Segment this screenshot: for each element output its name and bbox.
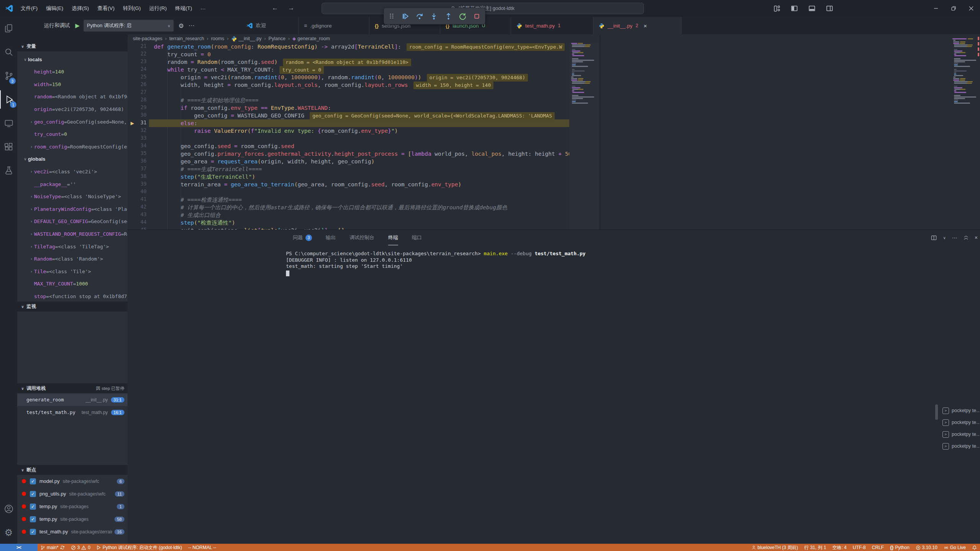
remote-indicator[interactable]: >< — [0, 544, 38, 551]
minimap[interactable] — [569, 34, 598, 230]
breadcrumb-item-rooms[interactable]: rooms — [211, 36, 224, 41]
variable-row[interactable]: ›geo_config = GeoConfig(seed=None, wor… — [17, 116, 127, 128]
debug-config-dropdown[interactable]: Python 调试程序: 启 ∨ — [83, 20, 174, 32]
variable-row[interactable]: ›TileTag = <class 'TileTag'> — [17, 240, 127, 253]
variable-row[interactable]: width = 150 — [17, 78, 127, 90]
panel-layout-chevron-icon[interactable]: ∨ — [943, 236, 946, 240]
variable-row[interactable]: height = 140 — [17, 66, 127, 78]
menu-item[interactable]: 终端(T) — [172, 3, 196, 13]
breakpoint-row[interactable]: ✓model.pysite-packages\wfc6 — [17, 475, 127, 487]
minimize-icon[interactable] — [927, 0, 945, 17]
breadcrumb-item-generate_room[interactable]: ◈generate_room — [292, 36, 330, 41]
activity-extensions[interactable] — [0, 138, 17, 156]
customize-layout-icon[interactable] — [768, 0, 786, 17]
activity-account[interactable] — [0, 500, 17, 518]
tab-[interactable]: 欢迎 — [241, 17, 299, 34]
menu-item[interactable]: 查看(V) — [93, 3, 118, 13]
menu-item[interactable]: ··· — [197, 4, 210, 13]
statusbar-go-live[interactable]: Go Live — [941, 544, 969, 551]
stack-frame[interactable]: test/test_math.pytest_math.py16:1 — [17, 406, 127, 419]
code-editor[interactable]: site-packages›terrain_research›rooms›__i… — [127, 34, 600, 230]
statusbar-encoding[interactable]: UTF-8 — [850, 544, 869, 551]
breadcrumb-item-Pylance[interactable]: Pylance — [268, 36, 285, 41]
menu-item[interactable]: 文件(F) — [17, 3, 41, 13]
breakpoint-row[interactable]: ✓temp.pysite-packages1 — [17, 500, 127, 513]
toggle-secondary-sidebar-icon[interactable] — [821, 0, 838, 17]
activity-run-debug[interactable]: 1 — [0, 90, 18, 109]
terminal-session[interactable]: >pocketpy te… — [942, 417, 980, 428]
debug-stop-icon[interactable] — [474, 13, 480, 20]
variable-row[interactable]: random = <Random object at 0x1bf9d01e… — [17, 91, 127, 103]
statusbar-gitlens-blame[interactable]: blueloveTH (3 周前) — [748, 544, 801, 551]
breakpoint-row[interactable]: ✓test_math.pysite-packages\terrain_res…1… — [17, 525, 127, 538]
breakpoint-checkbox[interactable]: ✓ — [30, 529, 36, 535]
terminal-list-scrollbar[interactable] — [935, 404, 938, 420]
statusbar-problems[interactable]: 30 — [68, 544, 93, 551]
breakpoint-row[interactable]: ✓png_utils.pysite-packages\wfc11 — [17, 487, 127, 500]
breakpoint-row[interactable]: ✓temp.pysite-packages58 — [17, 513, 127, 525]
variable-row[interactable]: ›NoiseType = <class 'NoiseType'> — [17, 191, 127, 203]
debug-continue-icon[interactable] — [402, 13, 409, 20]
activity-testing[interactable] — [0, 161, 17, 180]
terminal-session[interactable]: >pocketpy te… — [942, 441, 980, 452]
menu-item[interactable]: 运行(R) — [145, 3, 171, 13]
activity-settings[interactable]: ⚙ — [0, 523, 17, 542]
editor-group-secondary[interactable] — [600, 34, 980, 230]
menu-item[interactable]: 选择(S) — [68, 3, 93, 13]
scope-row[interactable]: ∨locals — [17, 53, 127, 65]
breakpoint-checkbox[interactable]: ✓ — [30, 504, 36, 510]
terminal-session[interactable]: >pocketpy te… — [942, 405, 980, 416]
statusbar-debug-status[interactable]: Python 调试程序: 启动文件 (godot-ldtk) — [93, 544, 185, 551]
panel-tab-终端[interactable]: 终端 — [388, 230, 398, 245]
section-header-watch[interactable]: ∨监视 — [17, 302, 127, 311]
menu-item[interactable]: 转到(G) — [119, 3, 145, 13]
breadcrumb-item-__init__.py[interactable]: __init__.py — [231, 36, 261, 42]
tab-test_math.py[interactable]: test_math.py1 — [511, 17, 593, 34]
variable-row[interactable]: try_count = 0 — [17, 128, 127, 140]
scope-row[interactable]: ∨globals — [17, 153, 127, 165]
variable-row[interactable]: ›WASTELAND_ROOM_REQUEST_CONFIG = RoomR… — [17, 228, 127, 240]
section-header-call-stack[interactable]: ∨调用堆栈因 step 已暂停 — [17, 383, 127, 393]
debug-settings-gear-icon[interactable]: ⚙ — [178, 22, 184, 29]
activity-search[interactable] — [0, 43, 17, 61]
section-header-variables[interactable]: ∨变量 — [17, 41, 127, 51]
variable-row[interactable]: ›room_config = RoomRequestConfig(env_t… — [17, 140, 127, 153]
toggle-sidebar-icon[interactable] — [786, 0, 803, 17]
breakpoint-checkbox[interactable]: ✓ — [30, 491, 36, 497]
start-debug-button[interactable]: ▶ — [75, 22, 80, 29]
statusbar-cursor-position[interactable]: 行 31, 列 1 — [801, 544, 829, 551]
activity-source-control[interactable]: 3 — [0, 67, 17, 85]
statusbar-eol[interactable]: CRLF — [869, 544, 887, 551]
terminal-session[interactable]: >pocketpy te… — [942, 429, 980, 440]
stack-frame[interactable]: generate_room__init__.py31:1 — [17, 393, 127, 406]
statusbar-vim-mode[interactable]: -- NORMAL -- — [185, 544, 219, 551]
panel-layout-icon[interactable] — [931, 235, 937, 241]
breadcrumb-item-terrain_research[interactable]: terrain_research — [169, 36, 204, 41]
panel-tab-端口[interactable]: 端口 — [412, 230, 422, 245]
panel-close-icon[interactable]: × — [975, 235, 978, 241]
section-header-breakpoints[interactable]: ∨断点 — [17, 465, 127, 475]
breakpoint-checkbox[interactable]: ✓ — [30, 478, 36, 484]
panel-tab-输出[interactable]: 输出 — [326, 230, 336, 245]
statusbar-language-mode[interactable]: {}Python — [887, 544, 913, 551]
debug-restart-icon[interactable] — [459, 13, 466, 20]
close-window-icon[interactable] — [962, 0, 980, 17]
panel-tab-调试控制台[interactable]: 调试控制台 — [350, 230, 374, 245]
breadcrumb-item-sitepackages[interactable]: site-packages — [133, 36, 162, 41]
variable-row[interactable]: ›PlanetaryWindConfig = <class 'Planeta… — [17, 203, 127, 215]
variable-row[interactable]: ›DEFAULT_GEO_CONFIG = GeoConfig(seed=1… — [17, 215, 127, 228]
debug-step-into-icon[interactable] — [430, 13, 438, 20]
variable-row[interactable]: ›Tile = <class 'Tile'> — [17, 265, 127, 277]
statusbar-indentation[interactable]: 空格: 4 — [829, 544, 849, 551]
variable-row[interactable]: __package__ = '' — [17, 178, 127, 190]
minimap-secondary[interactable] — [951, 34, 979, 96]
nav-back-button[interactable]: ← — [268, 4, 282, 12]
debug-step-over-icon[interactable] — [416, 13, 423, 20]
toggle-panel-icon[interactable] — [803, 0, 821, 17]
debug-more-actions-icon[interactable]: ··· — [188, 22, 194, 29]
statusbar-notifications[interactable] — [969, 544, 980, 551]
close-icon[interactable]: × — [644, 23, 647, 29]
menu-item[interactable]: 编辑(E) — [42, 3, 67, 13]
variable-row[interactable]: MAX_TRY_COUNT = 1000 — [17, 278, 127, 290]
variable-row[interactable]: ›Random = <class 'Random'> — [17, 253, 127, 265]
